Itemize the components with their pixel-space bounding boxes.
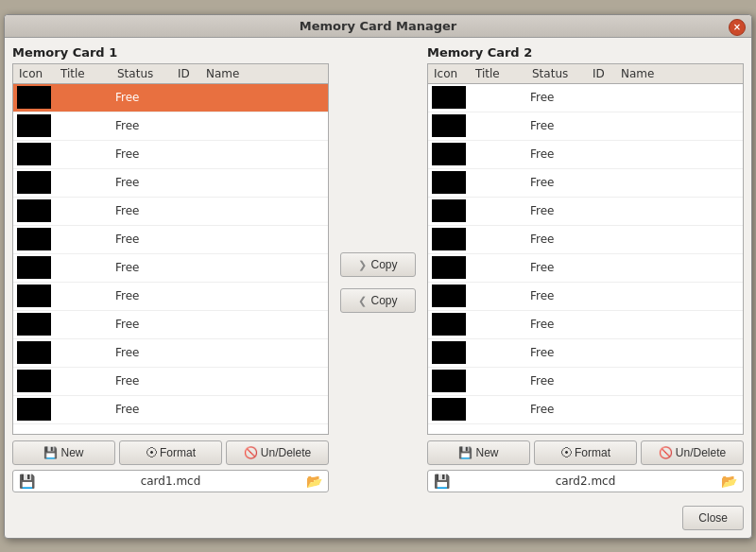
card1-undelete-label: Un/Delete bbox=[261, 446, 311, 459]
row-icon bbox=[432, 398, 466, 421]
col-icon-1: Icon bbox=[17, 66, 59, 81]
table-row[interactable]: Free bbox=[428, 226, 743, 254]
col-id-1: ID bbox=[176, 66, 204, 81]
table-row[interactable]: Free bbox=[428, 84, 743, 112]
table-row[interactable]: Free bbox=[13, 84, 328, 112]
arrow-right-icon bbox=[358, 258, 367, 271]
row-status: Free bbox=[115, 147, 176, 161]
card1-table-header: Icon Title Status ID Name bbox=[13, 64, 328, 84]
table-row[interactable]: Free bbox=[13, 368, 328, 396]
table-row[interactable]: Free bbox=[428, 169, 743, 198]
col-status-1: Status bbox=[115, 66, 176, 81]
table-row[interactable]: Free bbox=[428, 198, 743, 226]
row-status: Free bbox=[530, 261, 591, 274]
table-row[interactable]: Free bbox=[428, 311, 743, 339]
new-icon-1: 💾 bbox=[43, 446, 58, 459]
table-row[interactable]: Free bbox=[428, 283, 743, 311]
row-icon bbox=[17, 114, 51, 137]
row-status: Free bbox=[530, 204, 591, 217]
table-row[interactable]: Free bbox=[13, 112, 328, 141]
format-icon-1: 🖸 bbox=[146, 446, 157, 459]
table-row[interactable]: Free bbox=[13, 396, 328, 424]
close-dialog-button[interactable]: Close bbox=[682, 506, 744, 530]
card2-action-buttons: 💾 New 🖸 Format 🚫 Un/Delete bbox=[427, 440, 744, 465]
table-row[interactable]: Free bbox=[13, 339, 328, 368]
card1-format-label: Format bbox=[160, 446, 196, 459]
row-status: Free bbox=[115, 233, 176, 246]
card1-floppy-right-icon: 📂 bbox=[306, 474, 322, 489]
col-title-2: Title bbox=[473, 66, 530, 81]
card1-panel: Memory Card 1 Icon Title Status ID Name … bbox=[12, 45, 329, 492]
row-icon bbox=[17, 143, 51, 165]
row-icon bbox=[17, 256, 51, 279]
card2-filename: card2.mcd bbox=[455, 474, 715, 488]
table-row[interactable]: Free bbox=[428, 339, 743, 368]
card1-title: Memory Card 1 bbox=[12, 45, 329, 60]
row-icon bbox=[432, 199, 466, 222]
table-row[interactable]: Free bbox=[428, 141, 743, 169]
dialog-title: Memory Card Manager bbox=[300, 19, 456, 33]
row-icon bbox=[17, 86, 51, 109]
row-icon bbox=[17, 199, 51, 222]
card2-floppy-left-icon: 💾 bbox=[434, 474, 450, 489]
row-icon bbox=[432, 256, 466, 279]
card1-format-button[interactable]: 🖸 Format bbox=[119, 440, 222, 465]
card2-panel: Memory Card 2 Icon Title Status ID Name … bbox=[427, 45, 744, 492]
row-status: Free bbox=[115, 374, 176, 388]
col-name-2: Name bbox=[619, 66, 739, 81]
table-row[interactable]: Free bbox=[13, 198, 328, 226]
row-status: Free bbox=[530, 289, 591, 302]
row-icon bbox=[432, 370, 466, 392]
card2-new-label: New bbox=[475, 446, 498, 459]
card1-rows: FreeFreeFreeFreeFreeFreeFreeFreeFreeFree… bbox=[13, 84, 328, 434]
table-row[interactable]: Free bbox=[428, 368, 743, 396]
row-icon bbox=[432, 313, 466, 336]
dialog-body: Memory Card 1 Icon Title Status ID Name … bbox=[5, 38, 751, 500]
table-row[interactable]: Free bbox=[13, 226, 328, 254]
undelete-icon-1: 🚫 bbox=[244, 446, 258, 459]
card2-format-button[interactable]: 🖸 Format bbox=[534, 440, 637, 465]
copy-buttons-panel: Copy Copy bbox=[336, 45, 420, 492]
row-icon bbox=[17, 171, 51, 194]
dialog-footer: Close bbox=[5, 500, 751, 538]
col-icon-2: Icon bbox=[432, 66, 473, 81]
card2-new-button[interactable]: 💾 New bbox=[427, 440, 530, 465]
col-title-1: Title bbox=[59, 66, 115, 81]
card1-action-buttons: 💾 New 🖸 Format 🚫 Un/Delete bbox=[12, 440, 329, 465]
row-icon bbox=[17, 313, 51, 336]
table-row[interactable]: Free bbox=[13, 141, 328, 169]
card1-new-button[interactable]: 💾 New bbox=[12, 440, 115, 465]
row-icon bbox=[17, 370, 51, 392]
card1-undelete-button[interactable]: 🚫 Un/Delete bbox=[226, 440, 329, 465]
row-status: Free bbox=[115, 346, 176, 359]
row-status: Free bbox=[115, 176, 176, 189]
copy-right-button[interactable]: Copy bbox=[340, 252, 416, 277]
title-bar: Memory Card Manager × bbox=[5, 15, 751, 38]
copy-left-button[interactable]: Copy bbox=[340, 288, 416, 313]
row-status: Free bbox=[530, 91, 591, 104]
copy-left-label: Copy bbox=[370, 294, 397, 307]
row-icon bbox=[17, 341, 51, 364]
card2-floppy-right-icon: 📂 bbox=[721, 474, 737, 489]
row-status: Free bbox=[530, 318, 591, 331]
row-status: Free bbox=[530, 119, 591, 132]
new-icon-2: 💾 bbox=[458, 446, 472, 459]
row-status: Free bbox=[530, 233, 591, 246]
row-status: Free bbox=[115, 91, 176, 104]
row-icon bbox=[432, 171, 466, 194]
table-row[interactable]: Free bbox=[428, 112, 743, 141]
card2-undelete-button[interactable]: 🚫 Un/Delete bbox=[641, 440, 744, 465]
card2-table-header: Icon Title Status ID Name bbox=[428, 64, 743, 84]
table-row[interactable]: Free bbox=[13, 311, 328, 339]
card1-new-label: New bbox=[60, 446, 83, 459]
table-row[interactable]: Free bbox=[13, 169, 328, 198]
row-status: Free bbox=[115, 204, 176, 217]
table-row[interactable]: Free bbox=[428, 396, 743, 424]
card1-floppy-left-icon: 💾 bbox=[19, 474, 35, 489]
table-row[interactable]: Free bbox=[13, 254, 328, 283]
card1-file-row: 💾 card1.mcd 📂 bbox=[12, 470, 329, 492]
row-icon bbox=[432, 86, 466, 109]
table-row[interactable]: Free bbox=[13, 283, 328, 311]
window-close-button[interactable]: × bbox=[729, 19, 746, 36]
table-row[interactable]: Free bbox=[428, 254, 743, 283]
